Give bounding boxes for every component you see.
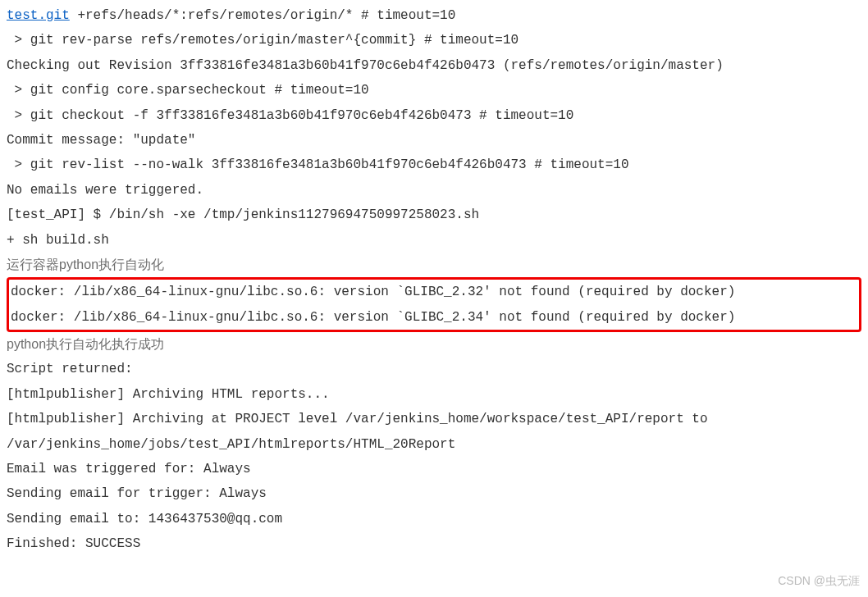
highlighted-error-block: docker: /lib/x86_64-linux-gnu/libc.so.6:… (7, 277, 861, 332)
log-line-chinese: python执行自动化执行成功 (7, 332, 861, 357)
log-line: No emails were triggered. (7, 178, 861, 203)
error-line: docker: /lib/x86_64-linux-gnu/libc.so.6:… (9, 280, 859, 304)
console-output: test.git +refs/heads/*:refs/remotes/orig… (7, 3, 861, 557)
log-text: +refs/heads/*:refs/remotes/origin/* # ti… (70, 8, 455, 23)
log-line: test.git +refs/heads/*:refs/remotes/orig… (7, 3, 861, 28)
error-line: docker: /lib/x86_64-linux-gnu/libc.so.6:… (9, 305, 859, 330)
git-repo-link[interactable]: test.git (7, 8, 70, 23)
log-line: Commit message: "update" (7, 128, 861, 153)
log-line: /var/jenkins_home/jobs/test_API/htmlrepo… (7, 432, 861, 457)
log-line: Sending email for trigger: Always (7, 481, 861, 506)
log-line: [test_API] $ /bin/sh -xe /tmp/jenkins112… (7, 203, 861, 227)
log-line-chinese: 运行容器python执行自动化 (7, 253, 861, 277)
log-line: Sending email to: 1436437530@qq.com (7, 507, 861, 531)
log-line: [htmlpublisher] Archiving at PROJECT lev… (7, 407, 861, 431)
log-line: > git rev-list --no-walk 3ff33816fe3481a… (7, 153, 861, 177)
log-line: > git rev-parse refs/remotes/origin/mast… (7, 28, 861, 52)
log-line: + sh build.sh (7, 228, 861, 253)
log-line: > git config core.sparsecheckout # timeo… (7, 78, 861, 103)
log-line: Script returned: (7, 357, 861, 381)
log-line: Email was triggered for: Always (7, 457, 861, 481)
log-line: Checking out Revision 3ff33816fe3481a3b6… (7, 53, 861, 78)
log-line: Finished: SUCCESS (7, 531, 861, 556)
log-line: [htmlpublisher] Archiving HTML reports..… (7, 382, 861, 407)
log-line: > git checkout -f 3ff33816fe3481a3b60b41… (7, 103, 861, 128)
